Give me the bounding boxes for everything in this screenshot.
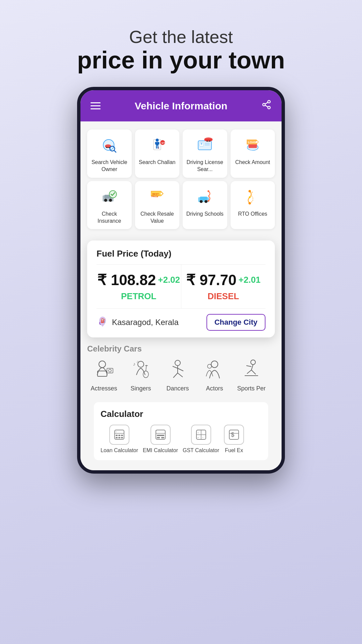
- svg-rect-84: [116, 435, 118, 436]
- grid-item-rto-offices[interactable]: RTO Offices: [231, 181, 275, 229]
- check-amount-label: Check Amount: [235, 159, 270, 166]
- calc-item-gst[interactable]: + - × ÷ GST Calculator: [183, 425, 219, 453]
- calculator-title: Calculator: [101, 409, 261, 419]
- hero-title: price in your town: [77, 47, 285, 73]
- svg-text:÷: ÷: [202, 436, 203, 439]
- actors-icon: [203, 358, 226, 382]
- petrol-amount: ₹ 108.82 +2.02: [97, 271, 180, 288]
- svg-rect-21: [158, 146, 159, 149]
- svg-rect-58: [98, 371, 107, 376]
- svg-rect-92: [157, 435, 164, 436]
- driving-schools-icon: [195, 187, 215, 207]
- grid-item-check-amount[interactable]: LOAN Check Amount: [231, 129, 275, 178]
- svg-line-11: [114, 151, 116, 152]
- petrol-column: ₹ 108.82 +2.02 PETROL: [97, 265, 181, 308]
- svg-line-71: [173, 373, 178, 378]
- svg-rect-88: [118, 437, 120, 438]
- driving-schools-label: Driving Schools: [186, 211, 224, 218]
- svg-line-72: [178, 373, 183, 377]
- emi-calculator-icon: [150, 425, 171, 445]
- location-left: ⛽ Kasaragod, Kerala: [97, 315, 179, 330]
- fuel-price-card: Fuel Price (Today) ₹ 108.82 +2.02 PETROL…: [87, 240, 275, 337]
- svg-text:♪: ♪: [133, 361, 135, 367]
- svg-text:+: +: [197, 432, 199, 434]
- svg-point-52: [207, 200, 209, 202]
- check-resale-label: Check Resale Value: [138, 211, 177, 225]
- svg-rect-18: [155, 142, 156, 144]
- sports-icon: [240, 358, 263, 382]
- svg-rect-9: [106, 145, 110, 147]
- gst-calculator-icon: + - × ÷: [191, 425, 211, 445]
- svg-point-73: [211, 361, 218, 368]
- celebrity-item-sports[interactable]: Sports Per: [235, 358, 268, 392]
- svg-text:PRICE: PRICE: [152, 195, 158, 198]
- grid-item-search-vehicle-owner[interactable]: Search Vehicle Owner: [87, 129, 132, 178]
- svg-rect-86: [121, 435, 123, 436]
- change-city-button[interactable]: Change City: [206, 314, 265, 331]
- search-challan-label: Search Challan: [139, 159, 175, 166]
- svg-line-70: [178, 368, 183, 371]
- driving-license-icon: [195, 136, 215, 156]
- grid-item-driving-license[interactable]: Driving License Sear...: [183, 129, 227, 178]
- emi-label: EMI Calculator: [143, 447, 178, 453]
- svg-point-26: [201, 143, 202, 145]
- fuel-location-icon: ⛽: [97, 315, 109, 330]
- fuel-ex-icon: $: [224, 425, 244, 445]
- diesel-label: DIESEL: [207, 291, 239, 302]
- svg-text:$: $: [231, 431, 234, 438]
- location-text: Kasaragod, Kerala: [112, 318, 179, 327]
- vehicle-grid: Search Vehicle Owner: [87, 129, 275, 229]
- calc-item-emi[interactable]: EMI Calculator: [143, 425, 178, 453]
- loan-label: Loan Calculator: [101, 447, 138, 453]
- menu-button[interactable]: [90, 102, 101, 109]
- diesel-column: ₹ 97.70 +2.01 DIESEL: [181, 265, 266, 308]
- share-icon[interactable]: [261, 100, 272, 112]
- diesel-amount: ₹ 97.70 +2.01: [186, 271, 260, 288]
- grid-item-check-resale[interactable]: BEST PRICE Check Resale Value: [135, 181, 180, 229]
- celebrity-item-actors[interactable]: Actors: [198, 358, 231, 392]
- search-vehicle-owner-icon: [99, 136, 119, 156]
- svg-point-74: [207, 364, 212, 368]
- celebrity-item-actresses[interactable]: Actresses: [87, 358, 121, 392]
- svg-text:⛽: ⛽: [101, 318, 106, 323]
- svg-text:LOAN: LOAN: [248, 141, 256, 144]
- fuel-prices: ₹ 108.82 +2.02 PETROL ₹ 97.70 +2.01 DIES…: [97, 264, 265, 309]
- svg-rect-59: [107, 368, 113, 373]
- calc-item-fuel[interactable]: $ Fuel Ex: [224, 425, 244, 453]
- svg-point-38: [104, 199, 107, 202]
- svg-rect-94: [161, 437, 164, 438]
- dancers-label: Dancers: [166, 385, 189, 392]
- svg-text:-: -: [202, 432, 203, 434]
- svg-text:×: ×: [197, 436, 199, 439]
- svg-point-54: [248, 202, 251, 204]
- svg-line-77: [246, 366, 251, 367]
- search-vehicle-owner-label: Search Vehicle Owner: [90, 159, 129, 173]
- svg-line-78: [247, 370, 251, 374]
- check-resale-icon: BEST PRICE: [147, 187, 167, 207]
- celebrity-section: Celebrity Cars Actresses: [80, 337, 282, 395]
- svg-point-55: [249, 196, 250, 198]
- svg-point-36: [256, 141, 258, 143]
- fuel-ex-label: Fuel Ex: [225, 447, 243, 453]
- phone-frame: Vehicle Information: [77, 87, 285, 474]
- svg-rect-17: [156, 142, 158, 146]
- svg-rect-89: [121, 437, 123, 438]
- grid-item-driving-schools[interactable]: Driving Schools: [183, 181, 227, 229]
- diesel-change: +2.01: [239, 275, 261, 285]
- gst-label: GST Calculator: [183, 447, 219, 453]
- celebrity-item-dancers[interactable]: Dancers: [161, 358, 194, 392]
- svg-point-57: [99, 361, 106, 368]
- app-header: Vehicle Information: [80, 90, 282, 121]
- driving-license-label: Driving License Sear...: [185, 159, 225, 173]
- singers-label: Singers: [130, 385, 151, 392]
- calc-item-loan[interactable]: + Loan Calculator: [101, 425, 138, 453]
- svg-point-62: [143, 371, 148, 378]
- rto-offices-icon: [243, 187, 263, 207]
- vehicle-grid-section: Search Vehicle Owner: [80, 121, 282, 237]
- grid-item-check-insurance[interactable]: Check Insurance: [87, 181, 132, 229]
- grid-item-search-challan[interactable]: STOP Search Challan: [135, 129, 180, 178]
- svg-line-3: [265, 105, 268, 107]
- celebrity-item-singers[interactable]: ♪ ♫ Singers: [124, 358, 158, 392]
- svg-text:STOP: STOP: [161, 142, 166, 145]
- search-challan-icon: STOP: [147, 136, 167, 156]
